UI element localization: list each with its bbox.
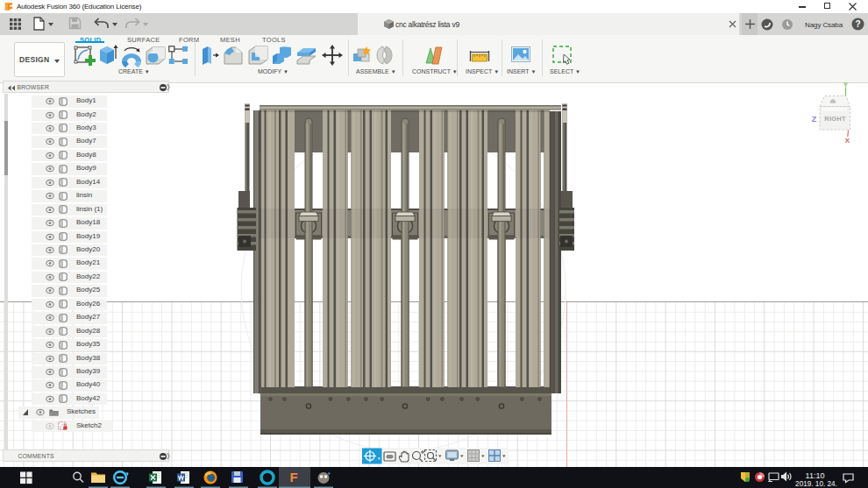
svg-text:Z: Z [812, 115, 817, 124]
svg-text:11:10: 11:10 [806, 471, 825, 480]
svg-text:RIGHT: RIGHT [824, 115, 846, 123]
svg-text:Y: Y [843, 81, 849, 88]
svg-text:?: ? [855, 19, 860, 29]
svg-text:F: F [289, 470, 297, 484]
svg-text:2019. 10. 24.: 2019. 10. 24. [795, 480, 837, 488]
svg-text:X: X [845, 137, 850, 145]
